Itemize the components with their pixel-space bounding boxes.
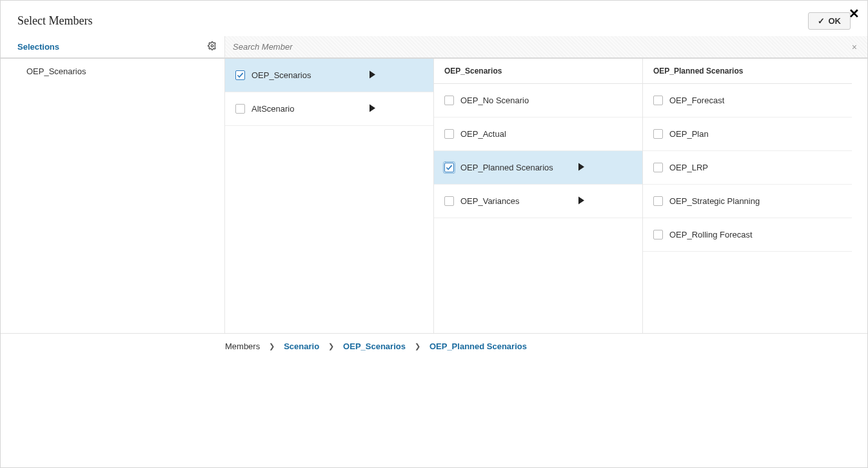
- member-label: AltScenario: [252, 104, 423, 114]
- selections-header: Selections: [17, 42, 59, 52]
- member-columns: OEP_Scenarios AltScenario OEP_Scenarios …: [225, 59, 867, 333]
- expand-icon[interactable]: [578, 163, 584, 172]
- check-icon: ✓: [818, 16, 825, 26]
- member-row[interactable]: OEP_LRP: [643, 151, 852, 185]
- breadcrumb-link[interactable]: OEP_Planned Scenarios: [429, 341, 527, 351]
- member-label: OEP_Planned Scenarios: [460, 163, 632, 172]
- select-members-dialog: ✕ Select Members ✓ OK Selections × OEP_S…: [0, 0, 868, 468]
- close-icon[interactable]: ✕: [849, 6, 860, 21]
- breadcrumb-link[interactable]: Scenario: [284, 341, 319, 351]
- checkbox[interactable]: [653, 196, 663, 206]
- svg-point-0: [211, 45, 213, 47]
- checkbox[interactable]: [235, 70, 245, 80]
- member-label: OEP_Actual: [460, 129, 632, 139]
- member-column-3: OEP_Planned Scenarios OEP_Forecast OEP_P…: [643, 59, 852, 333]
- ok-button-label: OK: [829, 16, 842, 26]
- member-column-2: OEP_Scenarios OEP_No Scenario OEP_Actual…: [434, 59, 643, 333]
- selections-header-cell: Selections: [1, 36, 225, 58]
- expand-icon[interactable]: [370, 104, 375, 114]
- chevron-right-icon: ❯: [269, 342, 275, 351]
- checkbox[interactable]: [444, 196, 454, 206]
- sub-header: Selections ×: [1, 36, 867, 59]
- expand-icon[interactable]: [370, 70, 375, 80]
- expand-icon[interactable]: [578, 196, 584, 206]
- selection-item[interactable]: OEP_Scenarios: [1, 66, 224, 76]
- member-row[interactable]: OEP_Strategic Planning: [643, 185, 852, 218]
- member-row[interactable]: OEP_Rolling Forecast: [643, 218, 852, 252]
- member-row[interactable]: OEP_Actual: [434, 117, 642, 151]
- dialog-title: Select Members: [17, 14, 92, 28]
- checkbox[interactable]: [444, 163, 454, 172]
- search-wrap: ×: [225, 36, 867, 58]
- checkbox[interactable]: [444, 129, 454, 139]
- member-label: OEP_Plan: [669, 129, 842, 139]
- chevron-right-icon: ❯: [415, 342, 420, 351]
- breadcrumb-label: Members: [225, 341, 260, 351]
- checkbox[interactable]: [653, 163, 663, 172]
- column-header: OEP_Scenarios: [434, 59, 642, 84]
- member-label: OEP_Strategic Planning: [669, 196, 842, 206]
- content-area: OEP_Scenarios OEP_Scenarios AltScenario: [1, 59, 867, 333]
- search-input[interactable]: [232, 39, 848, 54]
- dialog-header: Select Members ✓ OK: [1, 1, 867, 36]
- member-column-1: OEP_Scenarios AltScenario: [225, 59, 434, 333]
- checkbox[interactable]: [653, 129, 663, 139]
- checkbox[interactable]: [653, 230, 663, 239]
- member-label: OEP_No Scenario: [460, 96, 632, 105]
- member-row[interactable]: OEP_Scenarios: [225, 59, 433, 92]
- member-row[interactable]: OEP_Plan: [643, 117, 852, 151]
- chevron-right-icon: ❯: [328, 342, 334, 351]
- header-actions: ✓ OK: [808, 12, 851, 30]
- member-label: OEP_Forecast: [669, 96, 842, 105]
- member-row[interactable]: OEP_No Scenario: [434, 84, 642, 117]
- checkbox[interactable]: [444, 96, 454, 105]
- selections-panel: OEP_Scenarios: [1, 59, 225, 333]
- member-label: OEP_Rolling Forecast: [669, 230, 842, 239]
- ok-button[interactable]: ✓ OK: [808, 12, 851, 30]
- clear-search-icon[interactable]: ×: [848, 42, 861, 52]
- member-row[interactable]: OEP_Forecast: [643, 84, 852, 117]
- column-header: OEP_Planned Scenarios: [643, 59, 852, 84]
- breadcrumb-link[interactable]: OEP_Scenarios: [343, 341, 406, 351]
- member-row[interactable]: AltScenario: [225, 92, 433, 126]
- checkbox[interactable]: [235, 104, 245, 114]
- member-label: OEP_Scenarios: [252, 70, 423, 80]
- member-label: OEP_Variances: [460, 196, 632, 206]
- member-row[interactable]: OEP_Variances: [434, 185, 642, 218]
- member-label: OEP_LRP: [669, 163, 842, 172]
- checkbox[interactable]: [653, 96, 663, 105]
- breadcrumb: Members ❯ Scenario ❯ OEP_Scenarios ❯ OEP…: [1, 333, 867, 351]
- gear-icon[interactable]: [208, 41, 217, 52]
- member-row[interactable]: OEP_Planned Scenarios: [434, 151, 642, 185]
